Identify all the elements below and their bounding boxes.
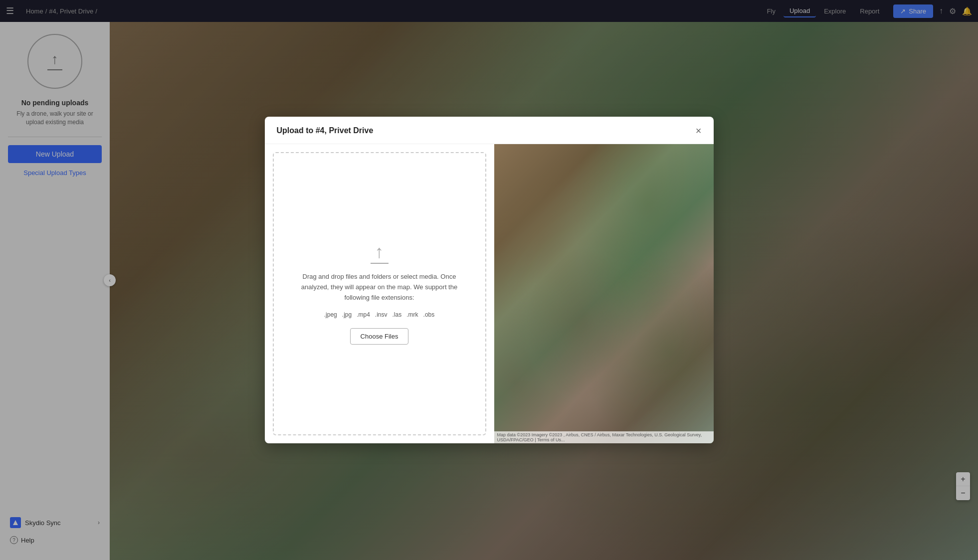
drop-description: Drag and drop files and folders or selec… — [295, 272, 464, 303]
modal-map-inner — [494, 144, 714, 443]
drop-upload-icon: ↑ — [371, 243, 389, 264]
ext-obs: .obs — [423, 311, 435, 318]
ext-mp4: .mp4 — [357, 311, 370, 318]
upload-modal: Upload to #4, Privet Drive × ↑ Drag and … — [265, 117, 714, 443]
modal-map-attribution: Map data ©2023 Imagery ©2023 , Airbus, C… — [494, 431, 714, 443]
drop-arrow-icon: ↑ — [375, 243, 384, 261]
ext-jpeg: .jpeg — [324, 311, 337, 318]
modal-body: ↑ Drag and drop files and folders or sel… — [265, 144, 714, 443]
drop-line-icon — [371, 263, 389, 264]
drop-zone[interactable]: ↑ Drag and drop files and folders or sel… — [273, 152, 486, 435]
ext-jpg: .jpg — [342, 311, 352, 318]
drop-extensions: .jpeg .jpg .mp4 .insv .las .mrk .obs — [324, 311, 434, 318]
modal-title: Upload to #4, Privet Drive — [277, 126, 374, 135]
modal-header: Upload to #4, Privet Drive × — [265, 117, 714, 144]
modal-close-button[interactable]: × — [696, 126, 702, 136]
modal-map: Map data ©2023 Imagery ©2023 , Airbus, C… — [494, 144, 714, 443]
ext-insv: .insv — [375, 311, 388, 318]
modal-overlay[interactable]: Upload to #4, Privet Drive × ↑ Drag and … — [0, 0, 978, 560]
modal-left-panel: ↑ Drag and drop files and folders or sel… — [265, 144, 494, 443]
modal-map-panel: Map data ©2023 Imagery ©2023 , Airbus, C… — [494, 144, 714, 443]
ext-las: .las — [392, 311, 402, 318]
modal-satellite-texture — [494, 144, 714, 443]
ext-mrk: .mrk — [406, 311, 418, 318]
choose-files-button[interactable]: Choose Files — [350, 328, 409, 345]
